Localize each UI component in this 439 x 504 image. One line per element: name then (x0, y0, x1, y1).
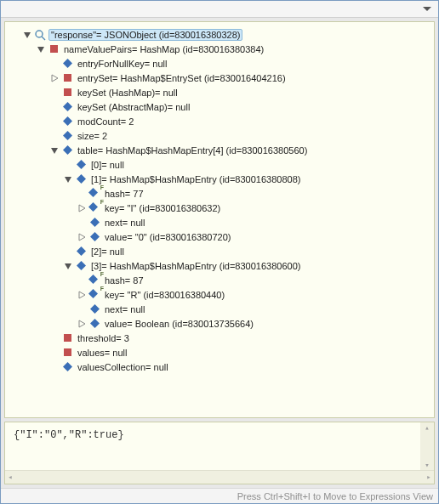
field-default-icon (61, 58, 73, 70)
tree-label: [0]= null (89, 160, 126, 170)
field-default-icon (75, 260, 87, 272)
tree-row[interactable]: next= null (9, 302, 430, 316)
field-protected-icon (61, 87, 73, 99)
tree-row[interactable]: values= null (9, 345, 430, 360)
tree-row[interactable]: entrySet= HashMap$EntrySet (id=830016404… (9, 71, 430, 85)
tree-label: valuesCollection= null (76, 362, 170, 372)
tree-label: key= "R" (id=830016380440) (103, 290, 226, 300)
tree-label: modCount= 2 (76, 116, 135, 127)
tree-row[interactable]: F key= "R" (id=830016380440) (9, 287, 430, 302)
tree-row-namevaluepairs[interactable]: nameValuePairs= HashMap (id=830016380384… (9, 42, 430, 56)
tree-row[interactable]: [0]= null (9, 157, 430, 172)
tree-label: keySet (AbstractMap)= null (76, 102, 191, 112)
svg-rect-2 (50, 45, 58, 53)
scroll-right-icon[interactable]: ▸ (424, 473, 434, 482)
tree-label: values= null (76, 348, 128, 358)
tree-row[interactable]: F key= "I" (id=830016380632) (9, 201, 430, 215)
tree-row[interactable]: F hash= 87 (9, 273, 430, 287)
svg-rect-4 (64, 88, 71, 96)
field-final-icon: F (88, 188, 100, 200)
tree-label: [3]= HashMap$HashMapEntry (id=8300163806… (89, 261, 302, 271)
variables-tree[interactable]: "response"= JSONObject (id=830016380328)… (4, 21, 435, 418)
tree-label: next= null (103, 218, 146, 228)
tree-label: keySet (HashMap)= null (76, 88, 180, 98)
field-final-icon: F (88, 289, 100, 301)
tree-label: [2]= null (89, 246, 126, 257)
field-default-icon (75, 159, 87, 171)
collapse-icon[interactable] (63, 174, 73, 184)
tree-row[interactable]: [3]= HashMap$HashMapEntry (id=8300163806… (9, 258, 430, 273)
tree-label: size= 2 (76, 131, 109, 141)
field-default-icon (75, 246, 87, 258)
tree-row[interactable]: value= Boolean (id=830013735664) (9, 316, 430, 331)
collapse-icon[interactable] (63, 261, 73, 271)
svg-rect-3 (64, 74, 71, 82)
scroll-down-icon[interactable]: ▾ (420, 460, 434, 470)
svg-point-0 (36, 31, 43, 37)
tree-label: table= HashMap$HashMapEntry[4] (id=83001… (76, 145, 309, 156)
field-final-icon: F (88, 275, 100, 286)
scrollbar-horizontal[interactable]: ◂ ▸ (5, 470, 434, 484)
tree-label: hash= 77 (103, 189, 145, 199)
tree-label: threshold= 3 (76, 333, 131, 343)
field-default-icon (61, 144, 73, 156)
tree-row[interactable]: value= "0" (id=830016380720) (9, 229, 430, 244)
field-default-icon (88, 231, 100, 243)
field-default-icon (88, 217, 100, 229)
field-default-icon (75, 173, 87, 185)
tree-row[interactable]: modCount= 2 (9, 114, 430, 128)
tree-row-table[interactable]: table= HashMap$HashMapEntry[4] (id=83001… (9, 143, 430, 157)
expand-icon[interactable] (77, 203, 87, 213)
watch-icon (34, 29, 46, 41)
field-final-icon: F (88, 202, 100, 214)
detail-text[interactable]: {"I":"0","R":true} ▴ ▾ (5, 422, 434, 470)
field-default-icon (61, 130, 73, 142)
svg-rect-6 (64, 348, 71, 356)
tree-row[interactable]: F hash= 77 (9, 186, 430, 201)
tree-label: key= "I" (id=830016380632) (103, 203, 222, 213)
tree-row[interactable]: valuesCollection= null (9, 360, 430, 374)
expand-icon[interactable] (77, 232, 87, 242)
tree-row[interactable]: keySet (HashMap)= null (9, 85, 430, 99)
tree-row[interactable]: threshold= 3 (9, 331, 430, 345)
field-default-icon (88, 318, 100, 330)
collapse-icon[interactable] (22, 30, 32, 40)
tree-row[interactable]: keySet (AbstractMap)= null (9, 99, 430, 114)
scrollbar-vertical[interactable]: ▴ ▾ (420, 422, 434, 470)
tree-label: [1]= HashMap$HashMapEntry (id=8300163808… (89, 174, 302, 184)
tree-label: "response"= JSONObject (id=830016380328) (48, 29, 242, 41)
collapse-icon[interactable] (36, 44, 46, 54)
status-hint: Press Ctrl+Shift+I to Move to Expression… (237, 491, 433, 501)
field-protected-icon (48, 43, 60, 55)
expand-icon[interactable] (77, 319, 87, 329)
tree-label: next= null (103, 304, 146, 314)
collapse-icon[interactable] (49, 145, 60, 156)
tree-row[interactable]: [2]= null (9, 244, 430, 258)
tree-label: nameValuePairs= HashMap (id=830016380384… (62, 44, 265, 54)
tree-row[interactable]: size= 2 (9, 128, 430, 143)
tree-row-response[interactable]: "response"= JSONObject (id=830016380328) (9, 27, 430, 42)
detail-panel: {"I":"0","R":true} ▴ ▾ ◂ ▸ (4, 422, 435, 484)
expand-icon[interactable] (77, 290, 87, 300)
expand-icon[interactable] (49, 73, 60, 83)
detail-value: {"I":"0","R":true} (14, 429, 124, 441)
tree-label: hash= 87 (103, 275, 145, 286)
tree-label: entrySet= HashMap$EntrySet (id=830016404… (76, 73, 288, 83)
scroll-up-icon[interactable]: ▴ (420, 422, 434, 433)
svg-line-1 (42, 37, 45, 40)
svg-rect-5 (64, 334, 71, 342)
status-bar: Press Ctrl+Shift+I to Move to Expression… (1, 488, 438, 503)
field-default-icon (88, 303, 100, 315)
view-menu-button[interactable] (421, 3, 433, 15)
tree-row[interactable]: entryForNullKey= null (9, 56, 430, 71)
tree-row[interactable]: next= null (9, 215, 430, 229)
chevron-down-icon (423, 7, 431, 12)
field-default-icon (61, 361, 73, 373)
scroll-left-icon[interactable]: ◂ (5, 473, 15, 482)
tree-label: value= Boolean (id=830013735664) (103, 319, 255, 329)
tree-label: entryForNullKey= null (76, 59, 168, 69)
tree-label: value= "0" (id=830016380720) (103, 232, 232, 242)
field-default-icon (61, 101, 73, 113)
tree-row[interactable]: [1]= HashMap$HashMapEntry (id=8300163808… (9, 172, 430, 186)
field-protected-icon (61, 347, 73, 359)
